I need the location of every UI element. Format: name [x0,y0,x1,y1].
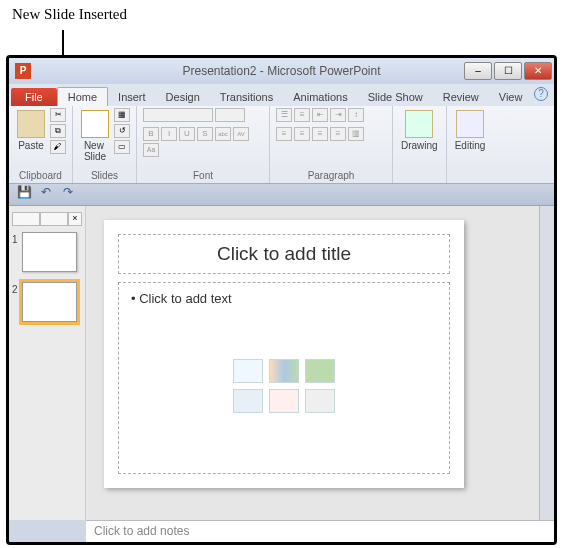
minimize-button[interactable]: – [464,62,492,80]
numbering-button[interactable]: ≡ [294,108,310,122]
editing-label: Editing [455,140,486,151]
new-slide-label: New Slide [84,140,106,162]
slide-thumbnail-1[interactable] [22,232,77,272]
insert-clipart-icon[interactable] [269,389,299,413]
group-slides: New Slide ▦ ↺ ▭ Slides [73,106,137,183]
drawing-label: Drawing [401,140,438,151]
tab-animations[interactable]: Animations [283,88,357,106]
columns-button[interactable]: ▥ [348,127,364,141]
title-bar: P Presentation2 - Microsoft PowerPoint –… [9,58,554,84]
vertical-scrollbar[interactable] [539,206,554,520]
outline-tab[interactable] [40,212,68,226]
notes-pane[interactable]: Click to add notes [86,520,554,544]
align-center-button[interactable]: ≡ [294,127,310,141]
editing-button[interactable]: Editing [453,108,488,153]
spacing-button[interactable]: AV [233,127,249,141]
annotation-label: New Slide Inserted [12,6,127,23]
align-left-button[interactable]: ≡ [276,127,292,141]
slide-canvas[interactable]: Click to add title Click to add text [104,220,464,488]
justify-button[interactable]: ≡ [330,127,346,141]
new-slide-button[interactable]: New Slide [79,108,111,164]
reset-button[interactable]: ↺ [114,124,130,138]
quick-access-toolbar: 💾 ↶ ↷ [9,184,554,206]
ribbon-tabs: File Home Insert Design Transitions Anim… [9,84,554,106]
slide-editor: Click to add title Click to add text [86,206,554,520]
workspace: × 1 2 Click to add title Click to add te… [9,206,554,520]
paragraph-label: Paragraph [276,169,386,181]
insert-smartart-icon[interactable] [305,359,335,383]
app-icon: P [15,63,31,79]
format-painter-button[interactable]: 🖌 [50,140,66,154]
close-panel-button[interactable]: × [68,212,82,226]
thumb-num-2: 2 [12,282,22,295]
tab-design[interactable]: Design [156,88,210,106]
case-button[interactable]: Aa [143,143,159,157]
section-button[interactable]: ▭ [114,140,130,154]
cut-button[interactable]: ✂ [50,108,66,122]
align-right-button[interactable]: ≡ [312,127,328,141]
title-placeholder[interactable]: Click to add title [118,234,450,274]
layout-button[interactable]: ▦ [114,108,130,122]
font-label: Font [143,169,263,181]
insert-table-icon[interactable] [233,359,263,383]
drawing-icon [405,110,433,138]
insert-chart-icon[interactable] [269,359,299,383]
indent-inc-button[interactable]: ⇥ [330,108,346,122]
group-drawing: Drawing [393,106,447,183]
italic-button[interactable]: I [161,127,177,141]
redo-button[interactable]: ↷ [59,186,77,204]
tab-slideshow[interactable]: Slide Show [358,88,433,106]
underline-button[interactable]: U [179,127,195,141]
slide-thumbnails-panel: × 1 2 [9,206,86,520]
line-spacing-button[interactable]: ↕ [348,108,364,122]
file-tab[interactable]: File [11,88,57,106]
drawing-button[interactable]: Drawing [399,108,440,153]
slides-label: Slides [79,169,130,181]
paste-icon [17,110,45,138]
bold-button[interactable]: B [143,127,159,141]
undo-button[interactable]: ↶ [37,186,55,204]
tab-home[interactable]: Home [57,87,108,106]
group-clipboard: Paste ✂ ⧉ 🖌 Clipboard [9,106,73,183]
maximize-button[interactable]: ☐ [494,62,522,80]
tab-review[interactable]: Review [433,88,489,106]
slide-thumbnail-2[interactable] [22,282,77,322]
new-slide-icon [81,110,109,138]
ribbon: Paste ✂ ⧉ 🖌 Clipboard New Slide ▦ ↺ [9,106,554,184]
window-controls: – ☐ ✕ [464,62,554,80]
indent-dec-button[interactable]: ⇤ [312,108,328,122]
paste-button[interactable]: Paste [15,108,47,153]
status-bar: Slide 2 of 2 "Office Theme" English (Can… [9,544,554,545]
content-insert-icons [233,359,335,413]
shadow-button[interactable]: S [197,127,213,141]
group-paragraph: ☰ ≡ ⇤ ⇥ ↕ ≡ ≡ ≡ ≡ ▥ Paragraph [270,106,393,183]
tab-transitions[interactable]: Transitions [210,88,283,106]
body-placeholder-text: Click to add text [131,291,437,306]
thumb-row-1[interactable]: 1 [12,232,82,272]
tab-insert[interactable]: Insert [108,88,156,106]
font-size-dropdown[interactable] [215,108,245,122]
insert-media-icon[interactable] [305,389,335,413]
slides-tab[interactable] [12,212,40,226]
thumb-row-2[interactable]: 2 [12,282,82,322]
paste-label: Paste [18,140,44,151]
close-button[interactable]: ✕ [524,62,552,80]
tab-view[interactable]: View [489,88,533,106]
app-window: P Presentation2 - Microsoft PowerPoint –… [6,55,557,545]
font-family-dropdown[interactable] [143,108,213,122]
save-button[interactable]: 💾 [15,186,33,204]
insert-picture-icon[interactable] [233,389,263,413]
bullets-button[interactable]: ☰ [276,108,292,122]
help-icon[interactable]: ? [534,87,548,101]
group-editing: Editing [447,106,494,183]
content-placeholder[interactable]: Click to add text [118,282,450,474]
clipboard-label: Clipboard [15,169,66,181]
copy-button[interactable]: ⧉ [50,124,66,138]
thumb-num-1: 1 [12,232,22,245]
group-font: B I U S abc AV Aa Font [137,106,270,183]
editing-icon [456,110,484,138]
strike-button[interactable]: abc [215,127,231,141]
